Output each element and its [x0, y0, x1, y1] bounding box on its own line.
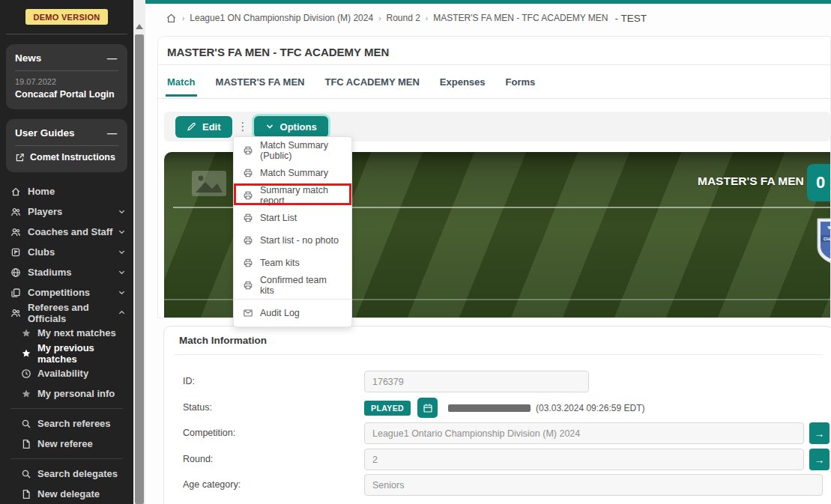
- pencil-icon: [187, 122, 196, 132]
- chevron-down-icon: [118, 207, 126, 216]
- breadcrumb: › League1 ON Championship Division (M) 2…: [166, 4, 831, 32]
- menu-item-audit-log[interactable]: Audit Log: [234, 302, 351, 324]
- user-guides-minimize-button[interactable]: —: [106, 127, 118, 139]
- sidebar-item-my-personal-info[interactable]: My personal info: [0, 383, 133, 404]
- chevron-down-icon: [118, 268, 126, 276]
- sidebar-menu: Home Players Coaches and Staff: [0, 181, 133, 504]
- news-minimize-button[interactable]: —: [106, 52, 118, 64]
- competition-field[interactable]: [364, 422, 804, 444]
- printer-icon: [243, 168, 253, 178]
- printer-icon: [243, 280, 253, 291]
- tab-match[interactable]: Match: [167, 76, 196, 97]
- status-timestamp: (03.03.2024 09:26:59 EDT): [536, 403, 644, 413]
- sidebar: DEMO VERSION News — 19.07.2022 Concacaf …: [0, 0, 133, 504]
- breadcrumb-separator: ›: [182, 14, 184, 22]
- news-date: 19.07.2022: [15, 77, 118, 86]
- section-heading: Match Information: [179, 335, 267, 346]
- scrollbar-up-arrow[interactable]: [136, 24, 143, 29]
- sidebar-item-search-referees[interactable]: Search referees: [0, 413, 133, 434]
- options-button[interactable]: Options: [254, 116, 328, 138]
- redacted-user-name: [448, 404, 531, 412]
- sidebar-item-competitions[interactable]: Competitions: [0, 282, 133, 303]
- menu-divider: [10, 408, 123, 409]
- sidebar-item-coaches-and-staff[interactable]: Coaches and Staff: [0, 222, 133, 242]
- sidebar-item-my-previous-matches[interactable]: My previous matches: [0, 343, 133, 363]
- printer-icon: [243, 258, 253, 268]
- divider: [158, 98, 830, 99]
- breadcrumb-match[interactable]: MASTER'S FA MEN - TFC ACADEMY MEN: [433, 13, 608, 23]
- sidebar-item-availability[interactable]: Availability: [0, 363, 133, 383]
- breadcrumb-separator: ›: [426, 14, 428, 22]
- home-icon: [10, 186, 21, 197]
- menu-item-summary-match-report[interactable]: Summary match report: [234, 184, 351, 207]
- menu-item-confirmed-team-kits[interactable]: Confirmed team kits: [234, 274, 351, 297]
- sidebar-item-new-referee[interactable]: New referee: [0, 434, 133, 454]
- news-card-title: News: [15, 52, 41, 64]
- tab-home-team[interactable]: MASTER'S FA MEN: [216, 76, 305, 97]
- match-information-card: Match Information ID: Status: PLAYED (03…: [163, 326, 831, 504]
- sidebar-item-stadiums[interactable]: Stadiums: [0, 262, 133, 282]
- comet-instructions-link[interactable]: Comet Instructions: [15, 152, 118, 163]
- more-actions-dots[interactable]: ⋮: [238, 120, 249, 133]
- age-category-field[interactable]: [364, 474, 823, 496]
- referees-icon: [10, 308, 21, 318]
- chevron-down-icon: [265, 122, 274, 131]
- id-field[interactable]: [364, 371, 589, 392]
- sidebar-item-clubs[interactable]: Clubs: [0, 242, 133, 262]
- home-score-box: 0: [807, 164, 830, 201]
- options-dropdown-menu: Match Summary (Public) Match Summary Sum…: [233, 136, 352, 327]
- menu-item-team-kits[interactable]: Team kits: [234, 252, 351, 274]
- sidebar-item-home[interactable]: Home: [0, 181, 133, 201]
- sidebar-item-my-next-matches[interactable]: My next matches: [0, 323, 133, 343]
- page-title: MASTER'S FA MEN - TFC ACADEMY MEN: [167, 46, 389, 58]
- sidebar-scrollbar[interactable]: [133, 0, 145, 504]
- status-label: Status:: [183, 402, 212, 413]
- breadcrumb-round[interactable]: Round 2: [386, 13, 420, 23]
- tab-bar: Match MASTER'S FA MEN TFC ACADEMY MEN Ex…: [167, 76, 535, 97]
- search-icon: [21, 469, 31, 479]
- breadcrumb-home-icon[interactable]: [166, 13, 177, 24]
- sidebar-item-new-delegate[interactable]: New delegate: [0, 484, 133, 504]
- arrow-right-icon: →: [815, 428, 825, 440]
- sidebar-item-search-delegates[interactable]: Search delegates: [0, 464, 133, 484]
- tab-away-team[interactable]: TFC ACADEMY MEN: [324, 76, 419, 97]
- arrow-right-icon: →: [815, 454, 825, 466]
- search-icon: [21, 419, 31, 429]
- menu-item-match-summary-public[interactable]: Match Summary (Public): [234, 139, 351, 162]
- round-field[interactable]: [364, 449, 804, 470]
- calendar-icon: [423, 403, 433, 413]
- news-link[interactable]: Concacaf Portal Login: [15, 89, 118, 100]
- tab-expenses[interactable]: Expenses: [440, 76, 486, 97]
- id-label: ID:: [183, 376, 195, 386]
- menu-divider: [234, 299, 351, 300]
- breadcrumb-test-suffix: - TEST: [614, 13, 647, 24]
- sidebar-item-referees-and-officials[interactable]: Referees and Officials: [0, 303, 133, 323]
- tab-forms[interactable]: Forms: [506, 76, 536, 97]
- players-icon: [10, 207, 21, 217]
- chevron-down-icon: [118, 228, 126, 236]
- menu-item-start-list-no-photo[interactable]: Start list - no photo: [234, 229, 351, 252]
- coaches-icon: [10, 227, 21, 237]
- calendar-button[interactable]: [417, 398, 438, 418]
- document-icon: [21, 489, 31, 500]
- age-category-label: Age category:: [183, 479, 241, 490]
- round-label: Round:: [183, 454, 213, 464]
- scrollbar-thumb[interactable]: [135, 34, 144, 504]
- star-filled-icon: [21, 348, 31, 359]
- demo-version-badge: DEMO VERSION: [25, 9, 108, 25]
- menu-item-start-list[interactable]: Start List: [234, 207, 351, 229]
- menu-item-match-summary[interactable]: Match Summary: [234, 162, 351, 184]
- status-badge: PLAYED: [364, 401, 411, 416]
- home-team-name: MASTER'S FA MEN: [698, 174, 804, 188]
- round-go-button[interactable]: →: [809, 449, 830, 470]
- chevron-down-icon: [118, 288, 126, 297]
- breadcrumb-competition[interactable]: League1 ON Championship Division (M) 202…: [190, 13, 373, 23]
- competition-go-button[interactable]: →: [809, 422, 830, 444]
- image-placeholder-icon: [191, 170, 227, 197]
- status-row: PLAYED (03.03.2024 09:26:59 EDT): [364, 398, 644, 418]
- edit-button[interactable]: Edit: [175, 116, 232, 138]
- sidebar-item-players[interactable]: Players: [0, 201, 133, 222]
- chevron-up-icon: [118, 309, 126, 317]
- main-content: › League1 ON Championship Division (M) 2…: [145, 0, 831, 504]
- sidebar-divider: [6, 34, 127, 34]
